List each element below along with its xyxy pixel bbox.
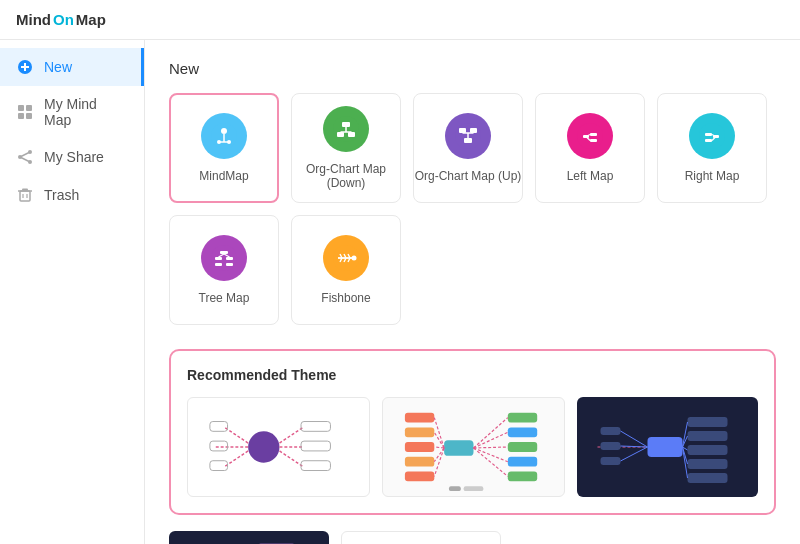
fishbone-icon xyxy=(323,235,369,281)
svg-line-117 xyxy=(621,447,648,461)
svg-rect-24 xyxy=(342,122,350,127)
svg-rect-5 xyxy=(18,113,24,119)
map-card-fishbone[interactable]: Fishbone xyxy=(291,215,401,325)
svg-line-85 xyxy=(434,447,444,448)
svg-rect-103 xyxy=(688,431,728,441)
map-card-org-up[interactable]: Org-Chart Map (Up) xyxy=(413,93,523,203)
svg-rect-99 xyxy=(464,486,484,491)
svg-rect-80 xyxy=(405,442,434,452)
org-down-icon xyxy=(323,106,369,152)
mindmap-icon xyxy=(201,113,247,159)
main-layout: New My Mind Map My Share Trash New xyxy=(0,40,800,544)
svg-rect-51 xyxy=(215,263,222,266)
tree-map-icon xyxy=(201,235,247,281)
svg-rect-50 xyxy=(226,257,233,260)
svg-rect-79 xyxy=(405,427,434,437)
svg-line-75 xyxy=(279,451,303,467)
theme-grid xyxy=(187,397,758,497)
svg-line-97 xyxy=(474,448,508,476)
svg-point-63 xyxy=(352,256,357,261)
svg-rect-37 xyxy=(590,139,597,142)
svg-rect-36 xyxy=(590,133,597,136)
new-section-title: New xyxy=(169,60,776,77)
sidebar-item-new[interactable]: New xyxy=(0,48,144,86)
svg-rect-48 xyxy=(220,251,228,254)
recommended-theme-section: Recommended Theme xyxy=(169,349,776,515)
svg-rect-70 xyxy=(210,461,228,471)
map-card-right[interactable]: Right Map xyxy=(657,93,767,203)
svg-line-86 xyxy=(434,448,444,462)
plus-icon xyxy=(16,58,34,76)
svg-rect-102 xyxy=(688,417,728,427)
tree-map-label: Tree Map xyxy=(199,291,250,305)
map-card-org-down[interactable]: Org-Chart Map (Down) xyxy=(291,93,401,203)
fishbone-label: Fishbone xyxy=(321,291,370,305)
org-up-icon xyxy=(445,113,491,159)
map-type-grid: MindMap Org-Chart Map (Down) Org-Chart M… xyxy=(169,93,776,325)
bottom-previews xyxy=(169,531,776,544)
svg-rect-114 xyxy=(601,457,621,465)
svg-line-107 xyxy=(683,422,688,447)
preview-card-1[interactable] xyxy=(169,531,329,544)
svg-rect-106 xyxy=(688,473,728,483)
svg-rect-90 xyxy=(508,442,537,452)
svg-rect-6 xyxy=(26,113,32,119)
map-card-mindmap[interactable]: MindMap xyxy=(169,93,279,203)
content-area: New MindMap Org-Chart Map (Down) xyxy=(145,40,800,544)
header: Mind On Map xyxy=(0,0,800,40)
map-card-left[interactable]: Left Map xyxy=(535,93,645,203)
logo-map-text: Map xyxy=(76,11,106,28)
svg-rect-112 xyxy=(601,427,621,435)
sidebar-mymindmap-label: My Mind Map xyxy=(44,96,128,128)
svg-line-95 xyxy=(474,447,508,448)
svg-rect-91 xyxy=(508,457,537,467)
svg-line-94 xyxy=(474,432,508,448)
svg-rect-30 xyxy=(464,138,472,143)
svg-rect-105 xyxy=(688,459,728,469)
svg-rect-3 xyxy=(18,105,24,111)
svg-rect-104 xyxy=(688,445,728,455)
sidebar-myshare-label: My Share xyxy=(44,149,104,165)
theme-card-1[interactable] xyxy=(187,397,370,497)
svg-rect-89 xyxy=(508,427,537,437)
sidebar-item-myshare[interactable]: My Share xyxy=(0,138,144,176)
svg-rect-98 xyxy=(449,486,461,491)
svg-rect-77 xyxy=(444,440,473,456)
svg-line-83 xyxy=(434,418,444,448)
preview-card-2[interactable] xyxy=(341,531,501,544)
mindmap-label: MindMap xyxy=(199,169,248,183)
svg-line-11 xyxy=(20,157,30,162)
grid-icon xyxy=(16,103,34,121)
logo-mind-text: Mind xyxy=(16,11,51,28)
logo: Mind On Map xyxy=(16,11,106,28)
trash-icon xyxy=(16,186,34,204)
svg-point-22 xyxy=(227,140,231,144)
svg-rect-4 xyxy=(26,105,32,111)
org-down-label: Org-Chart Map (Down) xyxy=(292,162,400,190)
svg-rect-100 xyxy=(648,437,683,457)
theme-card-2[interactable] xyxy=(382,397,565,497)
share-icon xyxy=(16,148,34,166)
sidebar-new-label: New xyxy=(44,59,72,75)
svg-rect-72 xyxy=(301,422,330,432)
svg-rect-68 xyxy=(210,441,228,451)
svg-rect-12 xyxy=(20,191,30,201)
sidebar-trash-label: Trash xyxy=(44,187,79,203)
svg-rect-14 xyxy=(22,189,28,191)
svg-rect-52 xyxy=(226,263,233,266)
svg-point-35 xyxy=(577,123,603,149)
svg-point-18 xyxy=(221,128,227,134)
svg-rect-43 xyxy=(705,139,712,142)
svg-rect-76 xyxy=(301,461,330,471)
sidebar-item-mymindmap[interactable]: My Mind Map xyxy=(0,86,144,138)
svg-rect-78 xyxy=(405,413,434,423)
right-map-icon xyxy=(689,113,735,159)
svg-line-65 xyxy=(225,427,249,443)
svg-line-10 xyxy=(20,152,30,157)
svg-rect-82 xyxy=(405,472,434,482)
theme-card-3[interactable] xyxy=(577,397,758,497)
right-map-label: Right Map xyxy=(685,169,740,183)
map-card-tree[interactable]: Tree Map xyxy=(169,215,279,325)
sidebar-item-trash[interactable]: Trash xyxy=(0,176,144,214)
svg-line-93 xyxy=(474,418,508,448)
